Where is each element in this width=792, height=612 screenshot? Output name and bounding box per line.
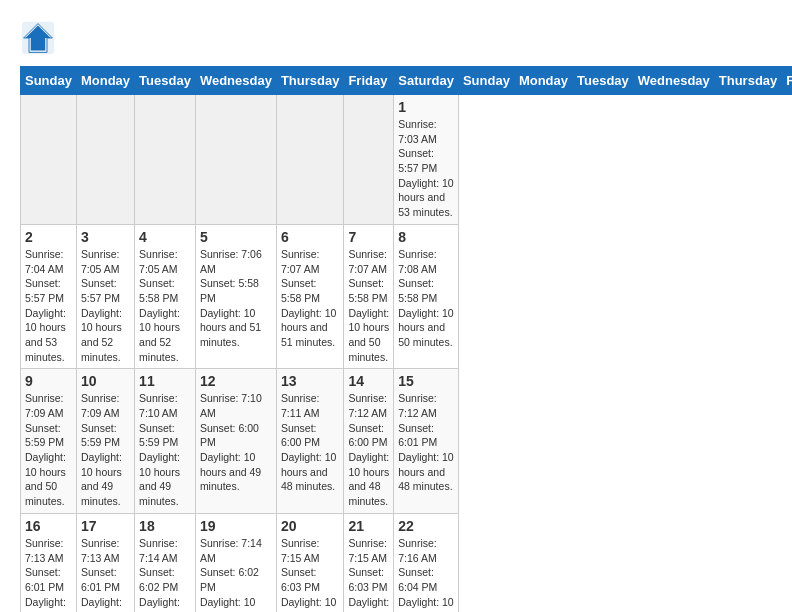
- day-info: Sunrise: 7:04 AMSunset: 5:57 PMDaylight:…: [25, 248, 66, 363]
- calendar-cell: 14 Sunrise: 7:12 AMSunset: 6:00 PMDaylig…: [344, 369, 394, 514]
- day-number: 6: [281, 229, 340, 245]
- day-number: 17: [81, 518, 130, 534]
- calendar-cell: [276, 95, 344, 225]
- day-number: 11: [139, 373, 191, 389]
- col-friday: Friday: [782, 67, 792, 95]
- calendar-cell: 7 Sunrise: 7:07 AMSunset: 5:58 PMDayligh…: [344, 224, 394, 369]
- day-number: 21: [348, 518, 389, 534]
- col-header-thursday: Thursday: [276, 67, 344, 95]
- calendar-cell: [76, 95, 134, 225]
- calendar-week-2: 2 Sunrise: 7:04 AMSunset: 5:57 PMDayligh…: [21, 224, 793, 369]
- day-number: 15: [398, 373, 454, 389]
- day-number: 22: [398, 518, 454, 534]
- col-thursday: Thursday: [714, 67, 782, 95]
- day-number: 12: [200, 373, 272, 389]
- calendar-cell: 10 Sunrise: 7:09 AMSunset: 5:59 PMDaylig…: [76, 369, 134, 514]
- day-info: Sunrise: 7:10 AMSunset: 5:59 PMDaylight:…: [139, 392, 180, 507]
- calendar-cell: 22 Sunrise: 7:16 AMSunset: 6:04 PMDaylig…: [394, 513, 459, 612]
- day-info: Sunrise: 7:14 AMSunset: 6:02 PMDaylight:…: [200, 537, 262, 612]
- day-number: 13: [281, 373, 340, 389]
- day-info: Sunrise: 7:12 AMSunset: 6:01 PMDaylight:…: [398, 392, 453, 492]
- day-info: Sunrise: 7:05 AMSunset: 5:58 PMDaylight:…: [139, 248, 180, 363]
- col-header-monday: Monday: [76, 67, 134, 95]
- calendar-cell: 12 Sunrise: 7:10 AMSunset: 6:00 PMDaylig…: [195, 369, 276, 514]
- calendar-cell: 3 Sunrise: 7:05 AMSunset: 5:57 PMDayligh…: [76, 224, 134, 369]
- calendar-cell: 15 Sunrise: 7:12 AMSunset: 6:01 PMDaylig…: [394, 369, 459, 514]
- day-number: 20: [281, 518, 340, 534]
- day-info: Sunrise: 7:13 AMSunset: 6:01 PMDaylight:…: [25, 537, 66, 612]
- day-number: 5: [200, 229, 272, 245]
- calendar-table: SundayMondayTuesdayWednesdayThursdayFrid…: [20, 66, 792, 612]
- day-info: Sunrise: 7:11 AMSunset: 6:00 PMDaylight:…: [281, 392, 336, 492]
- day-number: 8: [398, 229, 454, 245]
- calendar-cell: 20 Sunrise: 7:15 AMSunset: 6:03 PMDaylig…: [276, 513, 344, 612]
- day-info: Sunrise: 7:06 AMSunset: 5:58 PMDaylight:…: [200, 248, 262, 348]
- day-info: Sunrise: 7:12 AMSunset: 6:00 PMDaylight:…: [348, 392, 389, 507]
- calendar-week-4: 16 Sunrise: 7:13 AMSunset: 6:01 PMDaylig…: [21, 513, 793, 612]
- calendar-cell: [21, 95, 77, 225]
- day-info: Sunrise: 7:15 AMSunset: 6:03 PMDaylight:…: [281, 537, 336, 612]
- col-header-wednesday: Wednesday: [195, 67, 276, 95]
- day-number: 3: [81, 229, 130, 245]
- day-number: 14: [348, 373, 389, 389]
- col-header-saturday: Saturday: [394, 67, 459, 95]
- col-wednesday: Wednesday: [633, 67, 714, 95]
- calendar-cell: 21 Sunrise: 7:15 AMSunset: 6:03 PMDaylig…: [344, 513, 394, 612]
- page-header: [20, 20, 772, 56]
- calendar-header-row: SundayMondayTuesdayWednesdayThursdayFrid…: [21, 67, 793, 95]
- day-number: 1: [398, 99, 454, 115]
- day-number: 18: [139, 518, 191, 534]
- day-info: Sunrise: 7:09 AMSunset: 5:59 PMDaylight:…: [81, 392, 122, 507]
- col-sunday: Sunday: [458, 67, 514, 95]
- day-number: 19: [200, 518, 272, 534]
- day-number: 16: [25, 518, 72, 534]
- day-info: Sunrise: 7:15 AMSunset: 6:03 PMDaylight:…: [348, 537, 389, 612]
- day-info: Sunrise: 7:07 AMSunset: 5:58 PMDaylight:…: [281, 248, 336, 348]
- logo-icon: [20, 20, 56, 56]
- calendar-cell: 9 Sunrise: 7:09 AMSunset: 5:59 PMDayligh…: [21, 369, 77, 514]
- calendar-cell: 4 Sunrise: 7:05 AMSunset: 5:58 PMDayligh…: [135, 224, 196, 369]
- calendar-cell: 8 Sunrise: 7:08 AMSunset: 5:58 PMDayligh…: [394, 224, 459, 369]
- day-info: Sunrise: 7:07 AMSunset: 5:58 PMDaylight:…: [348, 248, 389, 363]
- col-header-sunday: Sunday: [21, 67, 77, 95]
- day-info: Sunrise: 7:08 AMSunset: 5:58 PMDaylight:…: [398, 248, 453, 348]
- calendar-cell: 17 Sunrise: 7:13 AMSunset: 6:01 PMDaylig…: [76, 513, 134, 612]
- day-info: Sunrise: 7:05 AMSunset: 5:57 PMDaylight:…: [81, 248, 122, 363]
- day-number: 4: [139, 229, 191, 245]
- calendar-cell: [135, 95, 196, 225]
- calendar-cell: [344, 95, 394, 225]
- day-info: Sunrise: 7:16 AMSunset: 6:04 PMDaylight:…: [398, 537, 453, 612]
- calendar-cell: 1 Sunrise: 7:03 AMSunset: 5:57 PMDayligh…: [394, 95, 459, 225]
- col-monday: Monday: [514, 67, 572, 95]
- day-info: Sunrise: 7:13 AMSunset: 6:01 PMDaylight:…: [81, 537, 122, 612]
- day-number: 2: [25, 229, 72, 245]
- calendar-cell: 6 Sunrise: 7:07 AMSunset: 5:58 PMDayligh…: [276, 224, 344, 369]
- col-header-friday: Friday: [344, 67, 394, 95]
- calendar-cell: 19 Sunrise: 7:14 AMSunset: 6:02 PMDaylig…: [195, 513, 276, 612]
- calendar-cell: 2 Sunrise: 7:04 AMSunset: 5:57 PMDayligh…: [21, 224, 77, 369]
- calendar-week-1: 1 Sunrise: 7:03 AMSunset: 5:57 PMDayligh…: [21, 95, 793, 225]
- col-header-tuesday: Tuesday: [135, 67, 196, 95]
- day-number: 10: [81, 373, 130, 389]
- col-tuesday: Tuesday: [573, 67, 634, 95]
- day-number: 9: [25, 373, 72, 389]
- day-number: 7: [348, 229, 389, 245]
- calendar-week-3: 9 Sunrise: 7:09 AMSunset: 5:59 PMDayligh…: [21, 369, 793, 514]
- calendar-cell: 18 Sunrise: 7:14 AMSunset: 6:02 PMDaylig…: [135, 513, 196, 612]
- calendar-cell: [195, 95, 276, 225]
- day-info: Sunrise: 7:03 AMSunset: 5:57 PMDaylight:…: [398, 118, 453, 218]
- calendar-cell: 11 Sunrise: 7:10 AMSunset: 5:59 PMDaylig…: [135, 369, 196, 514]
- calendar-cell: 13 Sunrise: 7:11 AMSunset: 6:00 PMDaylig…: [276, 369, 344, 514]
- day-info: Sunrise: 7:09 AMSunset: 5:59 PMDaylight:…: [25, 392, 66, 507]
- calendar-cell: 5 Sunrise: 7:06 AMSunset: 5:58 PMDayligh…: [195, 224, 276, 369]
- calendar-cell: 16 Sunrise: 7:13 AMSunset: 6:01 PMDaylig…: [21, 513, 77, 612]
- day-info: Sunrise: 7:14 AMSunset: 6:02 PMDaylight:…: [139, 537, 180, 612]
- day-info: Sunrise: 7:10 AMSunset: 6:00 PMDaylight:…: [200, 392, 262, 492]
- logo: [20, 20, 60, 56]
